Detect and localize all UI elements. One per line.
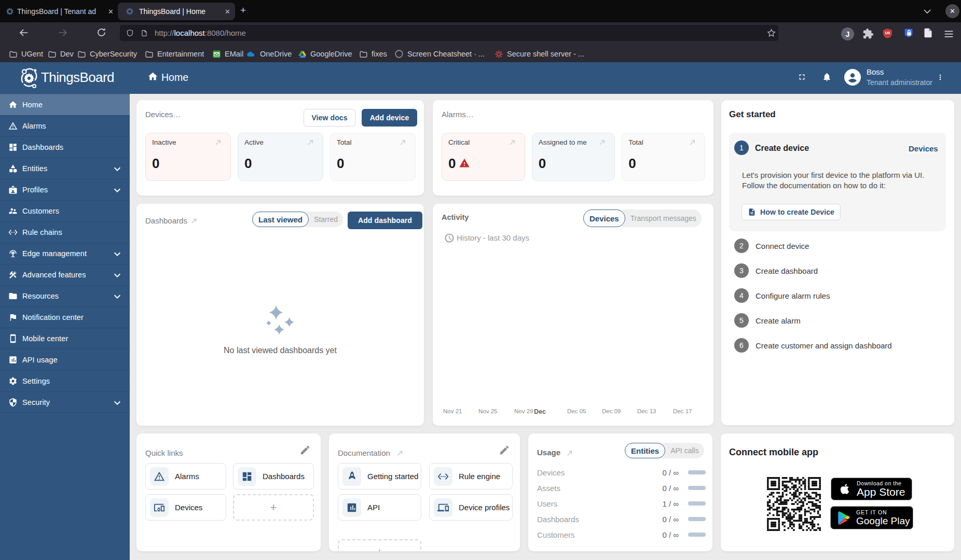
svg-text:U0: U0 bbox=[885, 31, 890, 35]
